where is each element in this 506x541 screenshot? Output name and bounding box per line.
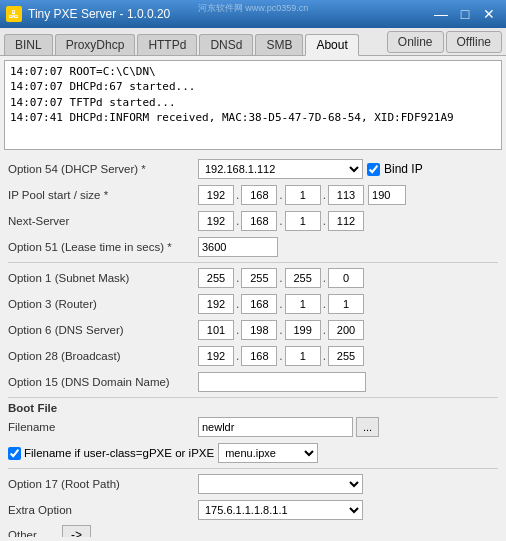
tab-about[interactable]: About [305,34,358,56]
next-server-oct3[interactable] [285,211,321,231]
ipxe-label: Filename if user-class=gPXE or iPXE [24,447,214,459]
ip-pool-label: IP Pool start / size * [8,189,198,201]
option3-oct1[interactable] [198,294,234,314]
next-server-ip-group: . . . [198,211,364,231]
filename-label: Filename [8,421,198,433]
tab-binl[interactable]: BINL [4,34,53,55]
option6-row: Option 6 (DNS Server) . . . [8,319,498,341]
option17-label: Option 17 (Root Path) [8,478,198,490]
option3-ip-group: . . . [198,294,364,314]
other-label: Other [8,529,58,537]
option54-label: Option 54 (DHCP Server) * [8,163,198,175]
log-line-3: 14:07:07 TFTPd started... [10,95,496,110]
option6-oct3[interactable] [285,320,321,340]
option3-row: Option 3 (Router) . . . [8,293,498,315]
other-arrow-button[interactable]: -> [62,525,91,537]
option51-row: Option 51 (Lease time in secs) * [8,236,498,258]
ipxe-checkbox-label: Filename if user-class=gPXE or iPXE [8,447,214,460]
ip-pool-oct1[interactable] [198,185,234,205]
option3-label: Option 3 (Router) [8,298,198,310]
extra-option-row: Extra Option 175.6.1.1.1.8.1.1 [8,499,498,521]
ip-pool-oct3[interactable] [285,185,321,205]
online-button[interactable]: Online [387,31,444,53]
option28-oct3[interactable] [285,346,321,366]
ipxe-select[interactable]: menu.ipxe [218,443,318,463]
minimize-button[interactable]: — [430,5,452,23]
ip-pool-oct4[interactable] [328,185,364,205]
filename-input[interactable] [198,417,353,437]
option1-oct1[interactable] [198,268,234,288]
browse-button[interactable]: ... [356,417,379,437]
bind-ip-label: Bind IP [384,162,423,176]
ip-pool-size[interactable] [368,185,406,205]
log-line-1: 14:07:07 ROOT=C:\C\DN\ [10,64,496,79]
option3-oct3[interactable] [285,294,321,314]
tab-httpd[interactable]: HTTPd [137,34,197,55]
log-line-2: 14:07:07 DHCPd:67 started... [10,79,496,94]
ip-pool-row: IP Pool start / size * . . . [8,184,498,206]
ip-pool-oct2[interactable] [241,185,277,205]
option51-label: Option 51 (Lease time in secs) * [8,241,198,253]
ip-pool-group: . . . [198,185,364,205]
option28-oct2[interactable] [241,346,277,366]
close-button[interactable]: ✕ [478,5,500,23]
option15-input[interactable] [198,372,366,392]
app-icon: 🖧 [6,6,22,22]
option6-oct4[interactable] [328,320,364,340]
option6-oct2[interactable] [241,320,277,340]
option6-ip-group: . . . [198,320,364,340]
tab-proxydhcp[interactable]: ProxyDhcp [55,34,136,55]
next-server-oct1[interactable] [198,211,234,231]
window-controls: — □ ✕ [430,5,500,23]
option51-input[interactable] [198,237,278,257]
tab-dnsd[interactable]: DNSd [199,34,253,55]
tab-bar: BINL ProxyDhcp HTTPd DNSd SMB About Onli… [0,28,506,56]
next-server-oct2[interactable] [241,211,277,231]
log-area[interactable]: 14:07:07 ROOT=C:\C\DN\ 14:07:07 DHCPd:67… [4,60,502,150]
divider2 [8,397,498,398]
option28-row: Option 28 (Broadcast) . . . [8,345,498,367]
boot-file-section-label: Boot File [8,402,498,414]
option1-oct4[interactable] [328,268,364,288]
option1-oct2[interactable] [241,268,277,288]
option28-oct1[interactable] [198,346,234,366]
option6-label: Option 6 (DNS Server) [8,324,198,336]
watermark: 河东软件网 www.pc0359.cn [198,2,309,15]
next-server-row: Next-Server . . . [8,210,498,232]
tab-smb[interactable]: SMB [255,34,303,55]
option54-row: Option 54 (DHCP Server) * 192.168.1.112 … [8,158,498,180]
option3-oct2[interactable] [241,294,277,314]
option28-label: Option 28 (Broadcast) [8,350,198,362]
bind-ip-checkbox[interactable] [367,163,380,176]
option28-ip-group: . . . [198,346,364,366]
log-line-4: 14:07:41 DHCPd:INFORM received, MAC:38-D… [10,110,496,125]
extra-option-select[interactable]: 175.6.1.1.1.8.1.1 [198,500,363,520]
title-bar-left: 🖧 Tiny PXE Server - 1.0.0.20 [6,6,170,22]
window-title: Tiny PXE Server - 1.0.0.20 [28,7,170,21]
tab-actions: Online Offline [387,31,502,55]
option1-label: Option 1 (Subnet Mask) [8,272,198,284]
offline-button[interactable]: Offline [446,31,502,53]
option17-row: Option 17 (Root Path) [8,473,498,495]
option17-select[interactable] [198,474,363,494]
divider3 [8,468,498,469]
next-server-label: Next-Server [8,215,198,227]
main-content: Option 54 (DHCP Server) * 192.168.1.112 … [0,154,506,537]
option1-oct3[interactable] [285,268,321,288]
filename-row: Filename ... [8,416,498,438]
option3-oct4[interactable] [328,294,364,314]
divider1 [8,262,498,263]
ipxe-checkbox[interactable] [8,447,21,460]
option54-select[interactable]: 192.168.1.112 [198,159,363,179]
option1-ip-group: . . . [198,268,364,288]
extra-option-label: Extra Option [8,504,198,516]
option28-oct4[interactable] [328,346,364,366]
option6-oct1[interactable] [198,320,234,340]
ipxe-row: Filename if user-class=gPXE or iPXE menu… [8,442,498,464]
next-server-oct4[interactable] [328,211,364,231]
maximize-button[interactable]: □ [454,5,476,23]
pool-size-area [368,185,406,205]
option1-row: Option 1 (Subnet Mask) . . . [8,267,498,289]
bind-ip-area: Bind IP [367,162,423,176]
option15-label: Option 15 (DNS Domain Name) [8,376,198,388]
